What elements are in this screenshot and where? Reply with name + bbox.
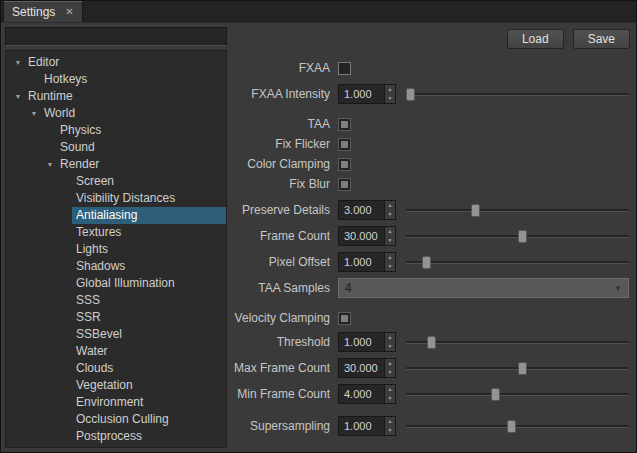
spin-up-icon[interactable]: ▲ (385, 253, 395, 262)
slider-handle[interactable] (427, 336, 436, 349)
close-icon[interactable]: ✕ (65, 7, 73, 17)
slider-track[interactable] (406, 93, 629, 96)
tree-item-global-illumination[interactable]: Global Illumination (6, 275, 226, 292)
preserve-details-slider[interactable] (406, 203, 629, 218)
frame-count-spinbox[interactable]: 30.000▲▼ (338, 226, 396, 246)
tree-item-render[interactable]: ▼Render (6, 156, 226, 173)
spin-value[interactable]: 30.000 (339, 359, 384, 377)
fxaa-checkbox[interactable] (338, 62, 351, 75)
spin-value[interactable]: 3.000 (339, 201, 384, 219)
tree-item-hotkeys[interactable]: Hotkeys (6, 71, 226, 88)
spin-up-icon[interactable]: ▲ (385, 333, 395, 342)
tree-indent (6, 317, 60, 318)
spin-value[interactable]: 1.000 (339, 417, 384, 435)
fix-flicker-checkbox[interactable] (338, 138, 351, 151)
supersampling-slider[interactable] (406, 419, 629, 434)
param-row-velocity-clamping: Velocity Clamping (232, 308, 632, 328)
threshold-spinbox[interactable]: 1.000▲▼ (338, 332, 396, 352)
preserve-details-spinbox[interactable]: 3.000▲▼ (338, 200, 396, 220)
tree-item-water[interactable]: Water (6, 343, 226, 360)
pixel-offset-slider[interactable] (406, 255, 629, 270)
spin-value[interactable]: 30.000 (339, 227, 384, 245)
min-frame-count-spinbox[interactable]: 4.000▲▼ (338, 384, 396, 404)
load-button[interactable]: Load (507, 29, 564, 49)
tree-item-label: Textures (72, 224, 226, 241)
spin-value[interactable]: 4.000 (339, 385, 384, 403)
spin-up-icon[interactable]: ▲ (385, 227, 395, 236)
save-button[interactable]: Save (573, 29, 630, 49)
slider-track[interactable] (406, 425, 629, 428)
slider-handle[interactable] (507, 420, 516, 433)
param-row-preserve-details: Preserve Details3.000▲▼ (232, 200, 632, 220)
tree-item-ssbevel[interactable]: SSBevel (6, 326, 226, 343)
max-frame-count-slider[interactable] (406, 361, 629, 376)
fxaa-intensity-slider[interactable] (406, 87, 629, 102)
velocity-clamping-checkbox[interactable] (338, 312, 351, 325)
spin-up-icon[interactable]: ▲ (385, 417, 395, 426)
tree-item-physics[interactable]: Physics (6, 122, 226, 139)
param-label: FXAA (232, 61, 330, 75)
tree-item-textures[interactable]: Textures (6, 224, 226, 241)
tree-indent (6, 215, 60, 216)
color-clamping-checkbox[interactable] (338, 158, 351, 171)
tree-item-antialiasing[interactable]: Antialiasing (6, 207, 226, 224)
tree-item-screen[interactable]: Screen (6, 173, 226, 190)
tree-indent (6, 402, 60, 403)
spin-up-icon[interactable]: ▲ (385, 201, 395, 210)
spin-down-icon[interactable]: ▼ (385, 94, 395, 103)
tree-item-world[interactable]: ▼World (6, 105, 226, 122)
slider-handle[interactable] (422, 256, 431, 269)
supersampling-spinbox[interactable]: 1.000▲▼ (338, 416, 396, 436)
slider-track[interactable] (406, 261, 629, 264)
tree-item-postprocess[interactable]: Postprocess (6, 428, 226, 445)
taa-samples-dropdown[interactable]: 4▼ (338, 278, 629, 298)
tree-item-environment[interactable]: Environment (6, 394, 226, 411)
slider-handle[interactable] (406, 88, 415, 101)
spin-value[interactable]: 1.000 (339, 253, 384, 271)
spin-up-icon[interactable]: ▲ (385, 85, 395, 94)
tree-item-vegetation[interactable]: Vegetation (6, 377, 226, 394)
fxaa-intensity-spinbox[interactable]: 1.000▲▼ (338, 84, 396, 104)
tree-item-visibility-distances[interactable]: Visibility Distances (6, 190, 226, 207)
tree-item-clouds[interactable]: Clouds (6, 360, 226, 377)
slider-handle[interactable] (471, 204, 480, 217)
spin-up-icon[interactable]: ▲ (385, 385, 395, 394)
tree-item-runtime[interactable]: ▼Runtime (6, 88, 226, 105)
max-frame-count-spinbox[interactable]: 30.000▲▼ (338, 358, 396, 378)
spin-down-icon[interactable]: ▼ (385, 394, 395, 403)
spin-down-icon[interactable]: ▼ (385, 262, 395, 271)
tree-item-occlusion-culling[interactable]: Occlusion Culling (6, 411, 226, 428)
slider-handle[interactable] (518, 230, 527, 243)
min-frame-count-slider[interactable] (406, 387, 629, 402)
spin-value[interactable]: 1.000 (339, 333, 384, 351)
tree-item-shadows[interactable]: Shadows (6, 258, 226, 275)
tree-item-lights[interactable]: Lights (6, 241, 226, 258)
tree-item-motion-blur[interactable]: Motion Blur (6, 445, 226, 448)
spin-up-icon[interactable]: ▲ (385, 359, 395, 368)
param-controls: 1.000▲▼ (338, 252, 629, 272)
spin-down-icon[interactable]: ▼ (385, 368, 395, 377)
slider-track[interactable] (406, 393, 629, 396)
tree-item-sound[interactable]: Sound (6, 139, 226, 156)
param-row-min-frame-count: Min Frame Count4.000▲▼ (232, 384, 632, 404)
fix-blur-checkbox[interactable] (338, 178, 351, 191)
taa-checkbox[interactable] (338, 118, 351, 131)
slider-track[interactable] (406, 209, 629, 212)
slider-track[interactable] (406, 341, 629, 344)
slider-handle[interactable] (518, 362, 527, 375)
spin-value[interactable]: 1.000 (339, 85, 384, 103)
spin-down-icon[interactable]: ▼ (385, 236, 395, 245)
tree-item-ssr[interactable]: SSR (6, 309, 226, 326)
spin-down-icon[interactable]: ▼ (385, 210, 395, 219)
spin-down-icon[interactable]: ▼ (385, 426, 395, 435)
tree-item-label: Render (56, 156, 226, 173)
slider-handle[interactable] (491, 388, 500, 401)
tree-item-sss[interactable]: SSS (6, 292, 226, 309)
frame-count-slider[interactable] (406, 229, 629, 244)
tab-settings[interactable]: Settings ✕ (3, 1, 83, 22)
threshold-slider[interactable] (406, 335, 629, 350)
spin-down-icon[interactable]: ▼ (385, 342, 395, 351)
tree-item-editor[interactable]: ▼Editor (6, 54, 226, 71)
pixel-offset-spinbox[interactable]: 1.000▲▼ (338, 252, 396, 272)
search-input[interactable] (5, 27, 227, 46)
